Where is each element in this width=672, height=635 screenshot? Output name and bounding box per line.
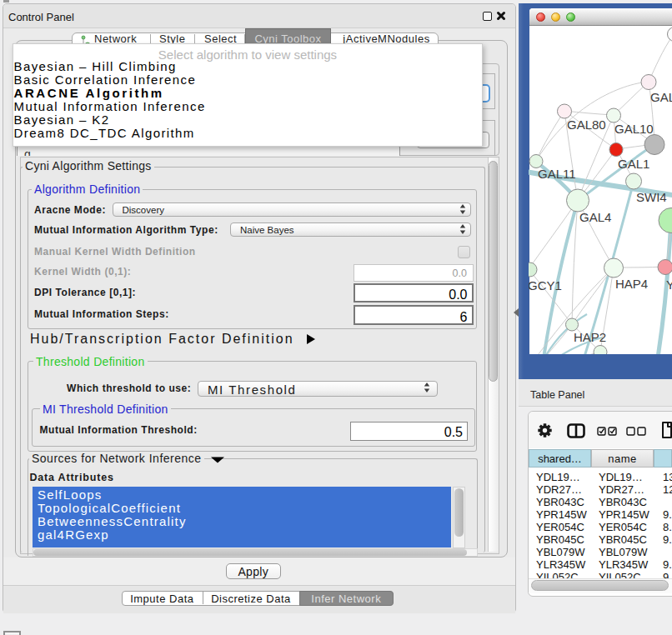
svg-text:GCY1: GCY1 [529,278,562,292]
svg-text:Y: Y [666,278,672,292]
svg-text:GAL1: GAL1 [618,157,649,171]
svg-text:SWI4: SWI4 [636,190,667,204]
svg-text:GAL4: GAL4 [579,210,611,224]
svg-text:GAL7: GAL7 [650,90,672,104]
svg-text:GAL11: GAL11 [538,167,576,181]
svg-text:HAP4: HAP4 [615,277,648,291]
svg-text:GAL10: GAL10 [614,122,654,136]
svg-text:GAL80: GAL80 [567,118,606,132]
svg-text:HAP2: HAP2 [574,330,606,344]
